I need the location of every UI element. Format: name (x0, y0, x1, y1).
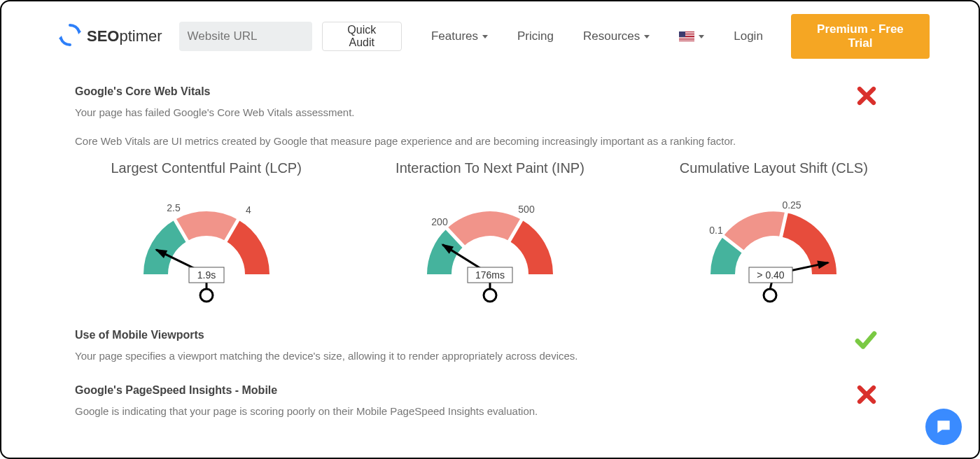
svg-text:> 0.40: > 0.40 (757, 269, 785, 281)
gauge-chart: 2.5 4 1.9s (115, 183, 298, 309)
nav-features[interactable]: Features (421, 29, 498, 43)
svg-text:200: 200 (431, 216, 448, 227)
section-title: Google's PageSpeed Insights - Mobile (75, 384, 905, 397)
brand-text: SEOptimer (87, 27, 162, 45)
svg-text:0.25: 0.25 (783, 199, 802, 211)
nav-login[interactable]: Login (724, 29, 773, 43)
nav-pricing[interactable]: Pricing (507, 29, 564, 43)
gauge-cls: Cumulative Layout Shift (CLS) 0.1 0.25 (643, 160, 905, 309)
nav-language[interactable] (669, 31, 714, 41)
chevron-down-icon (699, 35, 704, 38)
pass-icon (855, 329, 877, 354)
us-flag-icon (679, 31, 694, 41)
section-mobile-viewport: Use of Mobile Viewports Your page specif… (75, 329, 905, 365)
top-bar: SEOptimer Quick Audit Features Pricing R… (1, 1, 979, 71)
nav-label: Login (734, 29, 763, 43)
gauge-title: Cumulative Layout Shift (CLS) (680, 160, 868, 176)
premium-button[interactable]: Premium - Free Trial (791, 14, 930, 59)
fail-icon (856, 85, 877, 109)
chevron-down-icon (644, 35, 650, 38)
gauge-chart: 200 500 176ms (399, 183, 581, 309)
fail-icon (856, 384, 877, 408)
chevron-down-icon (482, 35, 488, 38)
chat-icon (934, 418, 953, 436)
logo-icon (57, 22, 83, 50)
gauge-title: Largest Contentful Paint (LCP) (111, 160, 301, 176)
gauges-row: Largest Contentful Paint (LCP) 2.5 4 (75, 160, 905, 309)
nav-label: Pricing (517, 29, 554, 43)
svg-point-8 (200, 289, 213, 302)
section-desc: Core Web Vitals are UI metrics created b… (75, 134, 905, 150)
gauge-lcp: Largest Contentful Paint (LCP) 2.5 4 (75, 160, 337, 309)
svg-text:0.1: 0.1 (710, 225, 724, 236)
main-content: Google's Core Web Vitals Your page has f… (1, 71, 979, 419)
svg-text:2.5: 2.5 (167, 202, 181, 213)
gauge-chart: 0.1 0.25 > 0.40 (682, 183, 864, 309)
url-input[interactable] (179, 22, 312, 51)
svg-text:500: 500 (518, 204, 535, 215)
gauge-title: Interaction To Next Paint (INP) (396, 160, 584, 176)
chat-button[interactable] (925, 409, 962, 445)
quick-audit-button[interactable]: Quick Audit (322, 22, 402, 51)
section-desc: Your page specifies a viewport matching … (75, 348, 905, 365)
svg-point-18 (484, 289, 496, 302)
section-desc: Google is indicating that your page is s… (75, 404, 905, 420)
logo[interactable]: SEOptimer (57, 22, 162, 50)
gauge-inp: Interaction To Next Paint (INP) 200 500 (358, 160, 621, 309)
nav-label: Features (431, 29, 478, 43)
svg-text:176ms: 176ms (475, 269, 505, 281)
svg-text:1.9s: 1.9s (197, 269, 215, 281)
section-psi-mobile: Google's PageSpeed Insights - Mobile Goo… (75, 384, 905, 420)
svg-text:4: 4 (246, 204, 251, 216)
section-desc: Your page has failed Google's Core Web V… (75, 105, 905, 121)
nav-resources[interactable]: Resources (573, 29, 659, 43)
svg-point-28 (764, 289, 776, 302)
section-core-web-vitals: Google's Core Web Vitals Your page has f… (75, 85, 905, 309)
section-title: Use of Mobile Viewports (75, 329, 905, 341)
nav-label: Resources (583, 29, 640, 43)
section-title: Google's Core Web Vitals (75, 85, 905, 98)
